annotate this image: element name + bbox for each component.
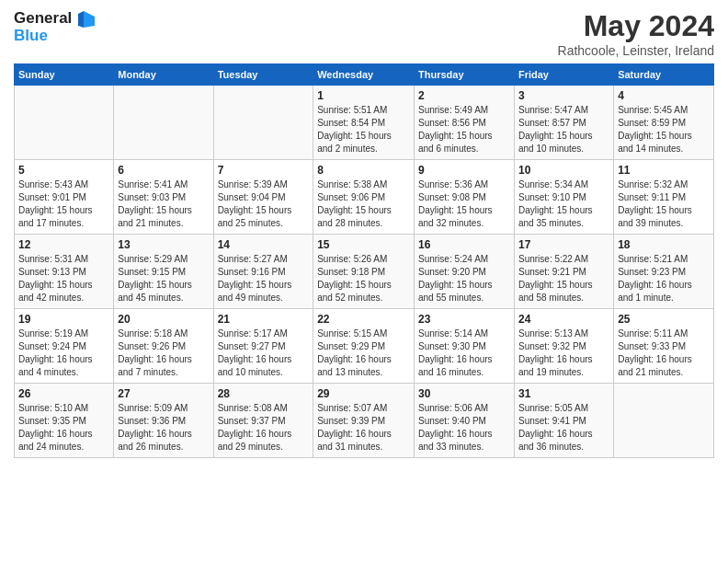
- day-number: 23: [418, 313, 510, 326]
- calendar-cell: [213, 86, 313, 160]
- calendar-cell: 15Sunrise: 5:26 AMSunset: 9:18 PMDayligh…: [313, 235, 415, 309]
- day-info: Sunrise: 5:17 AMSunset: 9:27 PMDaylight:…: [218, 327, 310, 379]
- day-number: 19: [18, 313, 109, 326]
- calendar-cell: 21Sunrise: 5:17 AMSunset: 9:27 PMDayligh…: [213, 309, 313, 384]
- day-number: 29: [317, 387, 410, 400]
- calendar-header-sunday: Sunday: [15, 64, 114, 86]
- day-info: Sunrise: 5:39 AMSunset: 9:04 PMDaylight:…: [218, 178, 310, 230]
- calendar-cell: 7Sunrise: 5:39 AMSunset: 9:04 PMDaylight…: [213, 160, 313, 235]
- day-info: Sunrise: 5:06 AMSunset: 9:40 PMDaylight:…: [418, 402, 510, 454]
- calendar-cell: 31Sunrise: 5:05 AMSunset: 9:41 PMDayligh…: [514, 384, 613, 458]
- svg-marker-1: [78, 11, 84, 28]
- calendar-header-monday: Monday: [114, 64, 213, 86]
- calendar-cell: 2Sunrise: 5:49 AMSunset: 8:56 PMDaylight…: [415, 86, 515, 160]
- main-title: May 2024: [558, 9, 714, 43]
- page-container: General Blue May 2024 Rathcoole, Leinste…: [0, 0, 728, 467]
- calendar-cell: 5Sunrise: 5:43 AMSunset: 9:01 PMDaylight…: [15, 160, 114, 235]
- day-info: Sunrise: 5:21 AMSunset: 9:23 PMDaylight:…: [618, 253, 710, 304]
- day-info: Sunrise: 5:05 AMSunset: 9:41 PMDaylight:…: [518, 402, 609, 454]
- day-number: 26: [18, 387, 109, 400]
- day-info: Sunrise: 5:41 AMSunset: 9:03 PMDaylight:…: [118, 178, 209, 230]
- day-number: 5: [18, 164, 109, 177]
- calendar-header-saturday: Saturday: [614, 64, 714, 86]
- calendar-cell: 26Sunrise: 5:10 AMSunset: 9:35 PMDayligh…: [15, 384, 114, 458]
- calendar-cell: 19Sunrise: 5:19 AMSunset: 9:24 PMDayligh…: [15, 309, 114, 384]
- calendar-cell: 10Sunrise: 5:34 AMSunset: 9:10 PMDayligh…: [514, 160, 613, 235]
- day-number: 28: [218, 387, 310, 400]
- calendar-cell: 16Sunrise: 5:24 AMSunset: 9:20 PMDayligh…: [415, 235, 515, 309]
- day-info: Sunrise: 5:29 AMSunset: 9:15 PMDaylight:…: [118, 253, 209, 304]
- day-number: 20: [118, 313, 209, 326]
- calendar-cell: [614, 384, 714, 458]
- calendar-cell: 6Sunrise: 5:41 AMSunset: 9:03 PMDaylight…: [114, 160, 213, 235]
- calendar-week-4: 26Sunrise: 5:10 AMSunset: 9:35 PMDayligh…: [15, 384, 714, 458]
- calendar-cell: 3Sunrise: 5:47 AMSunset: 8:57 PMDaylight…: [514, 86, 613, 160]
- day-info: Sunrise: 5:32 AMSunset: 9:11 PMDaylight:…: [618, 178, 710, 230]
- day-number: 3: [518, 89, 609, 102]
- day-number: 16: [418, 238, 510, 251]
- day-info: Sunrise: 5:34 AMSunset: 9:10 PMDaylight:…: [518, 178, 609, 230]
- calendar-cell: 13Sunrise: 5:29 AMSunset: 9:15 PMDayligh…: [114, 235, 213, 309]
- title-block: May 2024 Rathcoole, Leinster, Ireland: [558, 9, 714, 58]
- day-info: Sunrise: 5:15 AMSunset: 9:29 PMDaylight:…: [317, 327, 410, 379]
- day-info: Sunrise: 5:43 AMSunset: 9:01 PMDaylight:…: [18, 178, 109, 230]
- calendar-header-wednesday: Wednesday: [313, 64, 415, 86]
- day-number: 21: [218, 313, 310, 326]
- calendar-week-2: 12Sunrise: 5:31 AMSunset: 9:13 PMDayligh…: [15, 235, 714, 309]
- calendar-cell: 12Sunrise: 5:31 AMSunset: 9:13 PMDayligh…: [15, 235, 114, 309]
- calendar-cell: 24Sunrise: 5:13 AMSunset: 9:32 PMDayligh…: [514, 309, 613, 384]
- day-info: Sunrise: 5:27 AMSunset: 9:16 PMDaylight:…: [218, 253, 310, 304]
- day-info: Sunrise: 5:08 AMSunset: 9:37 PMDaylight:…: [218, 402, 310, 454]
- day-info: Sunrise: 5:51 AMSunset: 8:54 PMDaylight:…: [317, 104, 410, 155]
- header: General Blue May 2024 Rathcoole, Leinste…: [14, 9, 714, 58]
- day-info: Sunrise: 5:31 AMSunset: 9:13 PMDaylight:…: [18, 253, 109, 304]
- calendar-cell: 22Sunrise: 5:15 AMSunset: 9:29 PMDayligh…: [313, 309, 415, 384]
- day-number: 25: [618, 313, 710, 326]
- calendar-header-thursday: Thursday: [415, 64, 515, 86]
- day-info: Sunrise: 5:22 AMSunset: 9:21 PMDaylight:…: [518, 253, 609, 304]
- calendar-cell: 8Sunrise: 5:38 AMSunset: 9:06 PMDaylight…: [313, 160, 415, 235]
- day-info: Sunrise: 5:24 AMSunset: 9:20 PMDaylight:…: [418, 253, 510, 304]
- calendar-cell: 17Sunrise: 5:22 AMSunset: 9:21 PMDayligh…: [514, 235, 613, 309]
- calendar-cell: 4Sunrise: 5:45 AMSunset: 8:59 PMDaylight…: [614, 86, 714, 160]
- day-info: Sunrise: 5:11 AMSunset: 9:33 PMDaylight:…: [618, 327, 710, 379]
- calendar-table: SundayMondayTuesdayWednesdayThursdayFrid…: [14, 63, 714, 458]
- calendar-cell: 27Sunrise: 5:09 AMSunset: 9:36 PMDayligh…: [114, 384, 213, 458]
- calendar-cell: 28Sunrise: 5:08 AMSunset: 9:37 PMDayligh…: [213, 384, 313, 458]
- day-info: Sunrise: 5:13 AMSunset: 9:32 PMDaylight:…: [518, 327, 609, 379]
- day-number: 2: [418, 89, 510, 102]
- calendar-cell: [114, 86, 213, 160]
- day-number: 10: [518, 164, 609, 177]
- day-info: Sunrise: 5:18 AMSunset: 9:26 PMDaylight:…: [118, 327, 209, 379]
- svg-marker-0: [84, 11, 95, 28]
- day-number: 9: [418, 164, 510, 177]
- day-number: 12: [18, 238, 109, 251]
- day-info: Sunrise: 5:49 AMSunset: 8:56 PMDaylight:…: [418, 104, 510, 155]
- calendar-cell: 18Sunrise: 5:21 AMSunset: 9:23 PMDayligh…: [614, 235, 714, 309]
- day-number: 7: [218, 164, 310, 177]
- day-number: 17: [518, 238, 609, 251]
- calendar-cell: [15, 86, 114, 160]
- day-number: 14: [218, 238, 310, 251]
- calendar-week-3: 19Sunrise: 5:19 AMSunset: 9:24 PMDayligh…: [15, 309, 714, 384]
- calendar-cell: 23Sunrise: 5:14 AMSunset: 9:30 PMDayligh…: [415, 309, 515, 384]
- day-info: Sunrise: 5:26 AMSunset: 9:18 PMDaylight:…: [317, 253, 410, 304]
- day-number: 6: [118, 164, 209, 177]
- day-info: Sunrise: 5:07 AMSunset: 9:39 PMDaylight:…: [317, 402, 410, 454]
- logo-text: General Blue: [14, 9, 97, 45]
- day-number: 4: [618, 89, 710, 102]
- day-number: 13: [118, 238, 209, 251]
- day-info: Sunrise: 5:09 AMSunset: 9:36 PMDaylight:…: [118, 402, 209, 454]
- day-number: 31: [518, 387, 609, 400]
- day-number: 24: [518, 313, 609, 326]
- day-number: 1: [317, 89, 410, 102]
- day-info: Sunrise: 5:36 AMSunset: 9:08 PMDaylight:…: [418, 178, 510, 230]
- calendar-cell: 1Sunrise: 5:51 AMSunset: 8:54 PMDaylight…: [313, 86, 415, 160]
- logo: General Blue: [14, 9, 97, 45]
- calendar-header-friday: Friday: [514, 64, 613, 86]
- day-info: Sunrise: 5:38 AMSunset: 9:06 PMDaylight:…: [317, 178, 410, 230]
- day-info: Sunrise: 5:10 AMSunset: 9:35 PMDaylight:…: [18, 402, 109, 454]
- day-info: Sunrise: 5:47 AMSunset: 8:57 PMDaylight:…: [518, 104, 609, 155]
- calendar-cell: 29Sunrise: 5:07 AMSunset: 9:39 PMDayligh…: [313, 384, 415, 458]
- calendar-cell: 14Sunrise: 5:27 AMSunset: 9:16 PMDayligh…: [213, 235, 313, 309]
